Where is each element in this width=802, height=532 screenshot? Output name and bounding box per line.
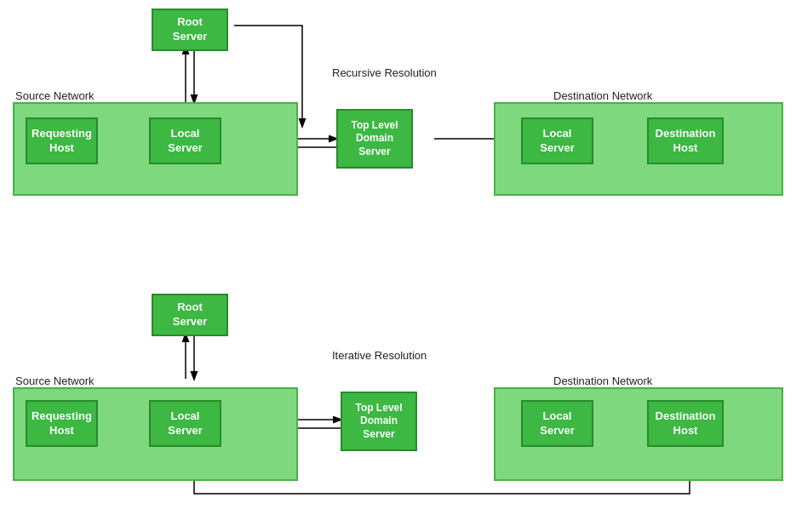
dest-network-label-top: Destination Network [553,89,652,102]
root-server-bottom: Root Server [152,294,228,336]
diagram-container: Root Server Source Network Requesting Ho… [0,0,802,532]
local-server-dst-top: Local Server [521,117,593,164]
tld-server-top: Top Level Domain Server [336,109,413,169]
requesting-host-bottom: Requesting Host [26,400,98,447]
source-network-label-bottom: Source Network [15,375,94,387]
dest-network-label-bottom: Destination Network [553,375,652,387]
local-server-src-bottom: Local Server [149,400,221,447]
tld-server-bottom: Top Level Domain Server [341,392,417,451]
local-server-src-top: Local Server [149,117,221,164]
destination-host-bottom: Destination Host [647,400,724,447]
root-server-top: Root Server [152,9,228,51]
local-server-dst-bottom: Local Server [521,400,593,447]
destination-host-top: Destination Host [647,117,724,164]
iterative-resolution-label: Iterative Resolution [332,349,427,362]
source-network-label-top: Source Network [15,89,94,102]
recursive-resolution-label: Recursive Resolution [332,66,437,79]
requesting-host-top: Requesting Host [26,117,98,164]
